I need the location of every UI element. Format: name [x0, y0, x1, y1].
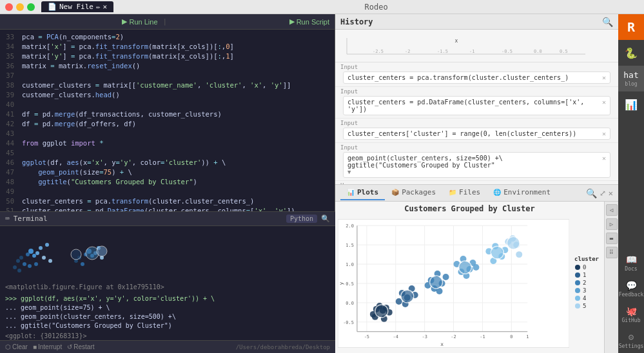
svg-text:-2: -2 [405, 49, 410, 54]
feedback-sidebar-btn[interactable]: 💬 Feedback [618, 276, 644, 301]
file-tab-close[interactable]: ✕ [103, 3, 108, 11]
restart-button[interactable]: ↺ Restart [67, 343, 94, 350]
terminal-cmd-2: ... geom_point(size=75) + \ [5, 303, 330, 312]
plot-scatter-icon[interactable]: ⠿ [606, 247, 618, 258]
plots-expand-icon[interactable]: ⤢ [600, 189, 606, 198]
maximize-button[interactable] [27, 3, 35, 11]
svg-point-27 [86, 247, 99, 260]
legend-item-3: 3 [574, 287, 599, 294]
svg-point-1 [16, 259, 20, 263]
history-close-4[interactable]: ✕ [602, 155, 606, 162]
history-item-2[interactable]: Input ✕ cluster_centers = pd.DataFrame(c… [335, 87, 618, 119]
svg-text:0.0: 0.0 [346, 300, 354, 305]
history-close-1[interactable]: ✕ [602, 74, 606, 81]
tab-packages[interactable]: 📦 Packages [385, 186, 442, 200]
legend-label-3: 3 [583, 287, 586, 294]
svg-point-12 [28, 264, 32, 268]
svg-text:x: x [455, 38, 458, 44]
history-panel: History 🔍 -2.5 -2 -1.5 -1 -0.5 [335, 14, 618, 185]
svg-text:-5: -5 [364, 334, 369, 339]
plot-area: 2.0 1.5 1.0 0.5 0.0 -0.5 -5 -4 -3 -2 [338, 216, 601, 350]
svg-text:1.0: 1.0 [346, 262, 354, 267]
svg-point-10 [13, 265, 17, 269]
legend-label-4: 4 [583, 295, 586, 301]
github-sidebar-btn[interactable]: 🐙 GitHub [618, 301, 644, 327]
plots-search-icon[interactable]: 🔍 [586, 188, 597, 198]
terminal-path: /Users/deborahbreda/Desktop [236, 344, 330, 350]
legend-title: cluster [574, 256, 599, 262]
tab-plots[interactable]: 📊 Plots [340, 186, 385, 200]
svg-point-3 [23, 262, 26, 266]
code-content: 3334353637 3839404142 4344454647 4849505… [0, 30, 335, 211]
plots-content: Customers Grouped by Cluster [335, 202, 618, 353]
svg-text:2.0: 2.0 [346, 224, 354, 229]
history-search-icon[interactable]: 🔍 [602, 17, 613, 27]
terminal-area: ⌨ Terminal Python 🔍 [0, 211, 335, 353]
history-header: History 🔍 [335, 14, 618, 30]
svg-point-113 [575, 272, 580, 278]
python-sidebar-btn[interactable]: 🐍 [618, 40, 644, 66]
close-button[interactable] [5, 3, 13, 11]
svg-point-107 [401, 289, 414, 302]
svg-point-108 [430, 276, 443, 289]
plots-main: Customers Grouped by Cluster [335, 202, 604, 353]
hat-sidebar-btn[interactable]: hat blog [618, 66, 644, 91]
run-script-button[interactable]: ▶ Run Script [289, 17, 329, 26]
svg-point-8 [39, 246, 43, 250]
plots-close-icon[interactable]: ✕ [609, 189, 613, 198]
terminal-content[interactable]: <matplotlib.figure.Figure at 0x11e795110… [0, 226, 335, 340]
legend-item-4: 4 [574, 295, 599, 301]
code-editor: ▶ Run Line | ▶ Run Script 3334353637 383… [0, 14, 335, 211]
plots-sidebar: ◁ ▷ ▬ ⠿ [604, 202, 618, 353]
tab-environment-label: Environment [503, 188, 551, 196]
svg-point-106 [375, 304, 388, 317]
history-item-3[interactable]: Input ✕ cluster_centers['cluster'] = ran… [335, 119, 618, 143]
environment-icon: 🌐 [493, 189, 501, 196]
run-line-button[interactable]: ▶ Run Line [122, 17, 157, 26]
svg-point-96 [473, 264, 479, 271]
icon-sidebar: R 🐍 hat blog 📊 📖 Docs 💬 Feedback 🐙 [618, 14, 644, 353]
interrupt-button[interactable]: ■ Interrupt [33, 343, 62, 350]
svg-point-111 [507, 236, 520, 249]
clear-button[interactable]: ⬡ Clear [5, 343, 28, 350]
svg-point-112 [575, 265, 580, 270]
svg-text:-1: -1 [480, 334, 485, 339]
tab-plots-label: Plots [357, 188, 378, 196]
plot-nav-prev[interactable]: ◁ [606, 204, 618, 216]
terminal-scatter-2 [63, 229, 115, 280]
code-text[interactable]: pca = PCA(n_components=2) matrix['x'] = … [18, 30, 335, 211]
minimize-button[interactable] [16, 3, 24, 11]
svg-text:-2: -2 [451, 334, 456, 339]
terminal-search-icon[interactable]: 🔍 [321, 215, 330, 223]
history-close-3[interactable]: ✕ [602, 130, 606, 137]
svg-text:0: 0 [510, 334, 512, 339]
svg-text:-2.5: -2.5 [373, 49, 384, 54]
legend-label-0: 0 [583, 264, 586, 271]
right-panels: History 🔍 -2.5 -2 -1.5 -1 -0.5 [335, 14, 618, 353]
tab-files[interactable]: 📁 Files [442, 186, 487, 200]
plot-nav-next[interactable]: ▷ [606, 218, 618, 230]
svg-point-14 [45, 243, 49, 247]
plot-bar-chart-icon[interactable]: ▬ [606, 233, 618, 244]
terminal-title-label: Terminal [14, 215, 48, 223]
traffic-lights [5, 3, 35, 11]
settings-sidebar-btn[interactable]: ⚙️ Settings [618, 327, 644, 353]
packages-icon: 📦 [391, 189, 399, 196]
terminal-icon: ⌨ [5, 215, 10, 223]
terminal-plots [5, 229, 330, 280]
history-item-4[interactable]: Input ✕ geom_point(cluster_centers, size… [335, 143, 618, 181]
main-content: ▶ Run Line | ▶ Run Script 3334353637 383… [0, 14, 644, 353]
file-tab[interactable]: 📄 New File ✏️ ✕ [41, 1, 113, 12]
app-container: 📄 New File ✏️ ✕ Rodeo ▶ Run Line | ▶ Run… [0, 0, 644, 353]
tab-packages-label: Packages [402, 188, 436, 196]
terminal-scatter-1 [5, 229, 57, 280]
chart-sidebar-btn[interactable]: 📊 [618, 91, 644, 117]
svg-point-13 [34, 262, 38, 266]
file-tab-label: New File [59, 3, 93, 11]
history-close-2[interactable]: ✕ [602, 99, 606, 106]
tab-environment[interactable]: 🌐 Environment [487, 186, 557, 200]
docs-sidebar-btn[interactable]: 📖 Docs [618, 250, 644, 276]
svg-text:0.0: 0.0 [534, 49, 542, 54]
history-item-1[interactable]: Input ✕ cluster_centers = pca.transform(… [335, 62, 618, 87]
title-bar: 📄 New File ✏️ ✕ Rodeo [0, 0, 644, 14]
